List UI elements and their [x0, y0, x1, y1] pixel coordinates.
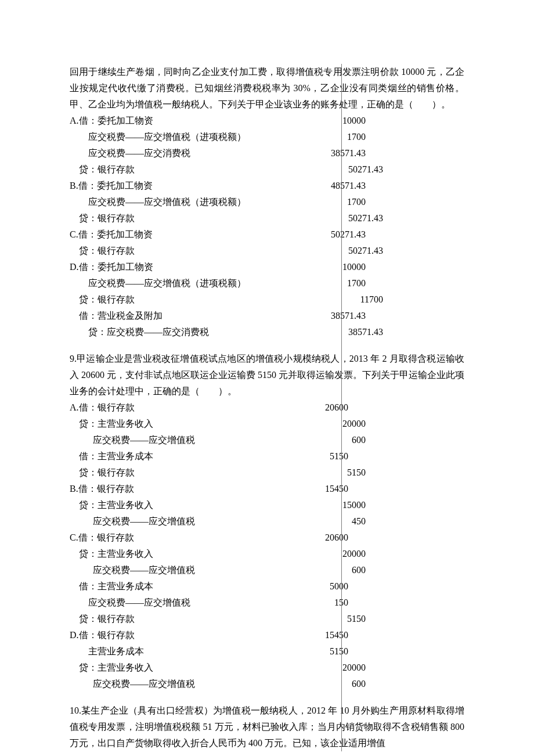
q8-intro: 回用于继续生产卷烟，同时向乙企业支付加工费，取得增值税专用发票注明价款 1000… [70, 64, 464, 113]
entry-amount: 1700 [279, 129, 366, 145]
entry-label: 主营业务成本 [70, 643, 279, 660]
entry-label: 贷：应交税费——应交消费税 [70, 324, 296, 340]
entry-amount: 38571.43 [296, 324, 383, 340]
entry-amount: 5150 [279, 465, 366, 481]
entry-amount: 50271.43 [279, 210, 383, 226]
entry-amount: 48571.43 [279, 178, 366, 194]
entry-label: 贷：银行存款 [70, 611, 279, 627]
entry-label: D.借：银行存款 [70, 627, 279, 643]
q8-option-D: D.借：委托加工物资10000 应交税费——应交增值税（进项税额）1700 贷：… [70, 259, 464, 340]
entry-label: 贷：银行存款 [70, 210, 279, 226]
entry-label: 贷：银行存款 [70, 465, 279, 481]
entry-amount: 5150 [279, 611, 366, 627]
entry-amount: 20000 [279, 660, 366, 676]
entry-amount: 20600 [279, 530, 348, 546]
entry-amount: 450 [296, 513, 366, 530]
entry-label: C.借：委托加工物资 [70, 226, 279, 243]
entry-amount: 600 [296, 432, 366, 448]
entry-amount: 5000 [279, 578, 348, 595]
entry-amount: 20000 [279, 416, 366, 432]
entry-amount: 38571.43 [279, 308, 366, 324]
q10-intro: 10.某生产企业（具有出口经营权）为增值税一般纳税人，2012 年 10 月外购… [70, 703, 464, 751]
entry-label: 贷：主营业务收入 [70, 416, 279, 432]
entry-label: 应交税费——应交增值税 [70, 432, 296, 448]
entry-amount: 20000 [279, 546, 366, 562]
entry-amount: 5150 [279, 448, 348, 465]
entry-label: B.借：银行存款 [70, 481, 279, 497]
q9-intro: 9.甲运输企业是营业税改征增值税试点地区的增值税小规模纳税人，2013 年 2 … [70, 351, 464, 399]
entry-amount: 5150 [279, 643, 348, 660]
entry-amount: 1700 [279, 194, 366, 210]
entry-amount: 50271.43 [279, 243, 383, 259]
entry-amount: 50271.43 [279, 161, 383, 178]
entry-label: 贷：银行存款 [70, 161, 279, 178]
entry-label: 借：主营业务成本 [70, 448, 279, 465]
entry-label: 应交税费——应交增值税 [70, 676, 296, 692]
entry-label: 贷：主营业务收入 [70, 660, 279, 676]
entry-label: 借：营业税金及附加 [70, 308, 279, 324]
vertical-divider [341, 64, 342, 751]
entry-label: 应交税费——应交增值税 [70, 562, 296, 578]
q9-option-A: A.借：银行存款20600 贷：主营业务收入20000 应交税费——应交增值税6… [70, 399, 464, 481]
entry-label: 应交税费——应交增值税 [70, 595, 279, 611]
entry-amount: 50271.43 [279, 226, 366, 243]
entry-amount: 11700 [279, 291, 383, 308]
entry-amount: 38571.43 [279, 145, 366, 161]
q9-option-C: C.借：银行存款20600 贷：主营业务收入20000 应交税费——应交增值税6… [70, 530, 464, 627]
entry-amount: 600 [296, 562, 366, 578]
entry-label: 应交税费——应交增值税（进项税额） [70, 194, 279, 210]
entry-label: 贷：银行存款 [70, 243, 279, 259]
q8-option-C: C.借：委托加工物资50271.43 贷：银行存款50271.43 [70, 226, 464, 259]
entry-label: 贷：主营业务收入 [70, 497, 279, 513]
entry-label: 应交税费——应交消费税 [70, 145, 279, 161]
q9-option-D: D.借：银行存款15450 主营业务成本5150 贷：主营业务收入20000 应… [70, 627, 464, 692]
entry-amount: 1700 [279, 275, 366, 291]
question-9: 9.甲运输企业是营业税改征增值税试点地区的增值税小规模纳税人，2013 年 2 … [70, 351, 464, 692]
entry-label: A.借：委托加工物资 [70, 113, 279, 129]
q8-option-B: B.借：委托加工物资48571.43 应交税费——应交增值税（进项税额）1700… [70, 178, 464, 226]
entry-label: 应交税费——应交增值税（进项税额） [70, 275, 279, 291]
entry-amount: 20600 [279, 399, 348, 416]
question-10: 10.某生产企业（具有出口经营权）为增值税一般纳税人，2012 年 10 月外购… [70, 703, 464, 751]
entry-label: D.借：委托加工物资 [70, 259, 279, 275]
entry-amount: 10000 [279, 113, 366, 129]
entry-label: B.借：委托加工物资 [70, 178, 279, 194]
q9-option-B: B.借：银行存款15450 贷：主营业务收入15000 应交税费——应交增值税4… [70, 481, 464, 530]
entry-label: 贷：银行存款 [70, 291, 279, 308]
entry-label: 贷：主营业务收入 [70, 546, 279, 562]
entry-label: C.借：银行存款 [70, 530, 279, 546]
entry-label: A.借：银行存款 [70, 399, 279, 416]
entry-amount: 15000 [279, 497, 366, 513]
entry-amount: 600 [296, 676, 366, 692]
entry-label: 应交税费——应交增值税（进项税额） [70, 129, 279, 145]
entry-label: 借：主营业务成本 [70, 578, 279, 595]
entry-amount: 10000 [279, 259, 366, 275]
entry-amount: 150 [279, 595, 348, 611]
entry-amount: 15450 [279, 481, 348, 497]
q8-option-A: A.借：委托加工物资10000 应交税费——应交增值税（进项税额）1700 应交… [70, 113, 464, 178]
page-content: { "q8": { "intro": "回用于继续生产卷烟，同时向乙企业支付加工… [70, 64, 464, 751]
entry-amount: 15450 [279, 627, 348, 643]
entry-label: 应交税费——应交增值税 [70, 513, 296, 530]
question-8: 回用于继续生产卷烟，同时向乙企业支付加工费，取得增值税专用发票注明价款 1000… [70, 64, 464, 340]
